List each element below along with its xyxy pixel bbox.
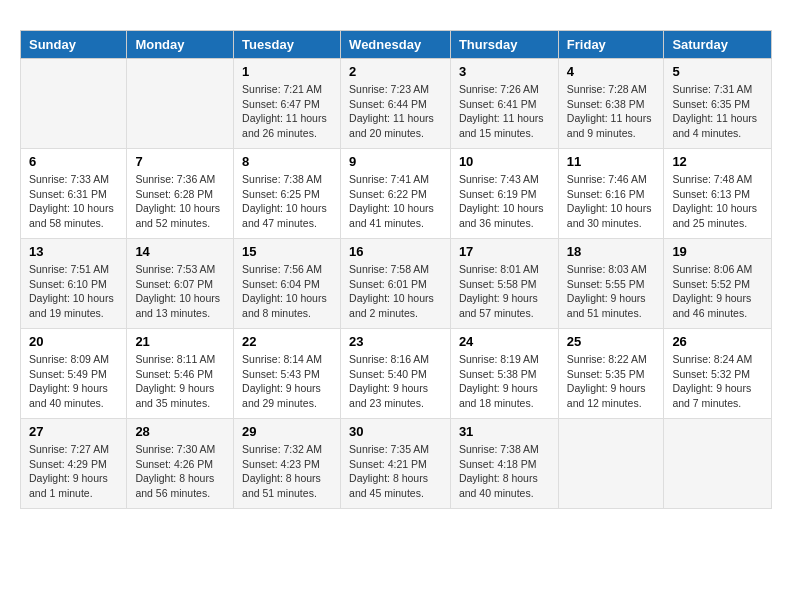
calendar-cell: 24Sunrise: 8:19 AMSunset: 5:38 PMDayligh…: [450, 329, 558, 419]
day-info: Sunrise: 7:27 AMSunset: 4:29 PMDaylight:…: [29, 442, 118, 501]
day-info: Sunrise: 7:48 AMSunset: 6:13 PMDaylight:…: [672, 172, 763, 231]
weekday-header-wednesday: Wednesday: [341, 31, 451, 59]
day-number: 27: [29, 424, 118, 439]
calendar-cell: 12Sunrise: 7:48 AMSunset: 6:13 PMDayligh…: [664, 149, 772, 239]
day-number: 19: [672, 244, 763, 259]
day-number: 9: [349, 154, 442, 169]
calendar-cell: 31Sunrise: 7:38 AMSunset: 4:18 PMDayligh…: [450, 419, 558, 509]
day-info: Sunrise: 8:22 AMSunset: 5:35 PMDaylight:…: [567, 352, 656, 411]
day-number: 18: [567, 244, 656, 259]
day-number: 31: [459, 424, 550, 439]
day-info: Sunrise: 7:38 AMSunset: 6:25 PMDaylight:…: [242, 172, 332, 231]
day-number: 15: [242, 244, 332, 259]
calendar-week-2: 6Sunrise: 7:33 AMSunset: 6:31 PMDaylight…: [21, 149, 772, 239]
day-info: Sunrise: 8:24 AMSunset: 5:32 PMDaylight:…: [672, 352, 763, 411]
calendar-cell: 17Sunrise: 8:01 AMSunset: 5:58 PMDayligh…: [450, 239, 558, 329]
calendar-cell: 18Sunrise: 8:03 AMSunset: 5:55 PMDayligh…: [558, 239, 664, 329]
calendar-cell: 7Sunrise: 7:36 AMSunset: 6:28 PMDaylight…: [127, 149, 234, 239]
day-number: 24: [459, 334, 550, 349]
calendar-cell: [664, 419, 772, 509]
day-info: Sunrise: 7:41 AMSunset: 6:22 PMDaylight:…: [349, 172, 442, 231]
calendar-cell: [127, 59, 234, 149]
calendar-cell: [558, 419, 664, 509]
day-number: 13: [29, 244, 118, 259]
day-info: Sunrise: 7:43 AMSunset: 6:19 PMDaylight:…: [459, 172, 550, 231]
day-number: 21: [135, 334, 225, 349]
calendar-cell: 26Sunrise: 8:24 AMSunset: 5:32 PMDayligh…: [664, 329, 772, 419]
day-info: Sunrise: 8:14 AMSunset: 5:43 PMDaylight:…: [242, 352, 332, 411]
weekday-header-thursday: Thursday: [450, 31, 558, 59]
calendar-cell: 8Sunrise: 7:38 AMSunset: 6:25 PMDaylight…: [234, 149, 341, 239]
calendar-header: SundayMondayTuesdayWednesdayThursdayFrid…: [21, 31, 772, 59]
calendar-cell: 6Sunrise: 7:33 AMSunset: 6:31 PMDaylight…: [21, 149, 127, 239]
calendar-cell: 15Sunrise: 7:56 AMSunset: 6:04 PMDayligh…: [234, 239, 341, 329]
calendar-cell: 9Sunrise: 7:41 AMSunset: 6:22 PMDaylight…: [341, 149, 451, 239]
day-number: 5: [672, 64, 763, 79]
calendar-table: SundayMondayTuesdayWednesdayThursdayFrid…: [20, 30, 772, 509]
weekday-header-tuesday: Tuesday: [234, 31, 341, 59]
day-number: 23: [349, 334, 442, 349]
day-info: Sunrise: 7:23 AMSunset: 6:44 PMDaylight:…: [349, 82, 442, 141]
calendar-week-4: 20Sunrise: 8:09 AMSunset: 5:49 PMDayligh…: [21, 329, 772, 419]
calendar-cell: 4Sunrise: 7:28 AMSunset: 6:38 PMDaylight…: [558, 59, 664, 149]
weekday-header-saturday: Saturday: [664, 31, 772, 59]
day-number: 30: [349, 424, 442, 439]
calendar-cell: 2Sunrise: 7:23 AMSunset: 6:44 PMDaylight…: [341, 59, 451, 149]
day-info: Sunrise: 7:56 AMSunset: 6:04 PMDaylight:…: [242, 262, 332, 321]
day-number: 22: [242, 334, 332, 349]
day-info: Sunrise: 7:36 AMSunset: 6:28 PMDaylight:…: [135, 172, 225, 231]
day-info: Sunrise: 8:06 AMSunset: 5:52 PMDaylight:…: [672, 262, 763, 321]
calendar-cell: 11Sunrise: 7:46 AMSunset: 6:16 PMDayligh…: [558, 149, 664, 239]
day-number: 8: [242, 154, 332, 169]
calendar-cell: [21, 59, 127, 149]
day-number: 4: [567, 64, 656, 79]
day-info: Sunrise: 7:51 AMSunset: 6:10 PMDaylight:…: [29, 262, 118, 321]
day-info: Sunrise: 7:58 AMSunset: 6:01 PMDaylight:…: [349, 262, 442, 321]
day-info: Sunrise: 7:26 AMSunset: 6:41 PMDaylight:…: [459, 82, 550, 141]
day-info: Sunrise: 8:09 AMSunset: 5:49 PMDaylight:…: [29, 352, 118, 411]
day-number: 12: [672, 154, 763, 169]
calendar-cell: 29Sunrise: 7:32 AMSunset: 4:23 PMDayligh…: [234, 419, 341, 509]
day-number: 25: [567, 334, 656, 349]
day-info: Sunrise: 8:11 AMSunset: 5:46 PMDaylight:…: [135, 352, 225, 411]
weekday-header-sunday: Sunday: [21, 31, 127, 59]
calendar-cell: 21Sunrise: 8:11 AMSunset: 5:46 PMDayligh…: [127, 329, 234, 419]
day-number: 6: [29, 154, 118, 169]
calendar-cell: 20Sunrise: 8:09 AMSunset: 5:49 PMDayligh…: [21, 329, 127, 419]
calendar-cell: 3Sunrise: 7:26 AMSunset: 6:41 PMDaylight…: [450, 59, 558, 149]
weekday-header-friday: Friday: [558, 31, 664, 59]
calendar-cell: 25Sunrise: 8:22 AMSunset: 5:35 PMDayligh…: [558, 329, 664, 419]
day-number: 28: [135, 424, 225, 439]
calendar-cell: 23Sunrise: 8:16 AMSunset: 5:40 PMDayligh…: [341, 329, 451, 419]
calendar-cell: 30Sunrise: 7:35 AMSunset: 4:21 PMDayligh…: [341, 419, 451, 509]
day-info: Sunrise: 7:46 AMSunset: 6:16 PMDaylight:…: [567, 172, 656, 231]
day-number: 29: [242, 424, 332, 439]
calendar-cell: 22Sunrise: 8:14 AMSunset: 5:43 PMDayligh…: [234, 329, 341, 419]
weekday-row: SundayMondayTuesdayWednesdayThursdayFrid…: [21, 31, 772, 59]
calendar-cell: 1Sunrise: 7:21 AMSunset: 6:47 PMDaylight…: [234, 59, 341, 149]
day-number: 14: [135, 244, 225, 259]
day-info: Sunrise: 7:21 AMSunset: 6:47 PMDaylight:…: [242, 82, 332, 141]
day-info: Sunrise: 7:32 AMSunset: 4:23 PMDaylight:…: [242, 442, 332, 501]
day-info: Sunrise: 7:31 AMSunset: 6:35 PMDaylight:…: [672, 82, 763, 141]
day-number: 7: [135, 154, 225, 169]
day-number: 20: [29, 334, 118, 349]
calendar-body: 1Sunrise: 7:21 AMSunset: 6:47 PMDaylight…: [21, 59, 772, 509]
day-number: 16: [349, 244, 442, 259]
calendar-week-5: 27Sunrise: 7:27 AMSunset: 4:29 PMDayligh…: [21, 419, 772, 509]
calendar-cell: 13Sunrise: 7:51 AMSunset: 6:10 PMDayligh…: [21, 239, 127, 329]
day-info: Sunrise: 8:03 AMSunset: 5:55 PMDaylight:…: [567, 262, 656, 321]
calendar-cell: 19Sunrise: 8:06 AMSunset: 5:52 PMDayligh…: [664, 239, 772, 329]
calendar-cell: 28Sunrise: 7:30 AMSunset: 4:26 PMDayligh…: [127, 419, 234, 509]
weekday-header-monday: Monday: [127, 31, 234, 59]
calendar-cell: 14Sunrise: 7:53 AMSunset: 6:07 PMDayligh…: [127, 239, 234, 329]
day-info: Sunrise: 7:33 AMSunset: 6:31 PMDaylight:…: [29, 172, 118, 231]
calendar-cell: 27Sunrise: 7:27 AMSunset: 4:29 PMDayligh…: [21, 419, 127, 509]
day-number: 10: [459, 154, 550, 169]
day-number: 3: [459, 64, 550, 79]
calendar-cell: 16Sunrise: 7:58 AMSunset: 6:01 PMDayligh…: [341, 239, 451, 329]
calendar-week-1: 1Sunrise: 7:21 AMSunset: 6:47 PMDaylight…: [21, 59, 772, 149]
day-number: 11: [567, 154, 656, 169]
day-info: Sunrise: 7:35 AMSunset: 4:21 PMDaylight:…: [349, 442, 442, 501]
calendar-week-3: 13Sunrise: 7:51 AMSunset: 6:10 PMDayligh…: [21, 239, 772, 329]
